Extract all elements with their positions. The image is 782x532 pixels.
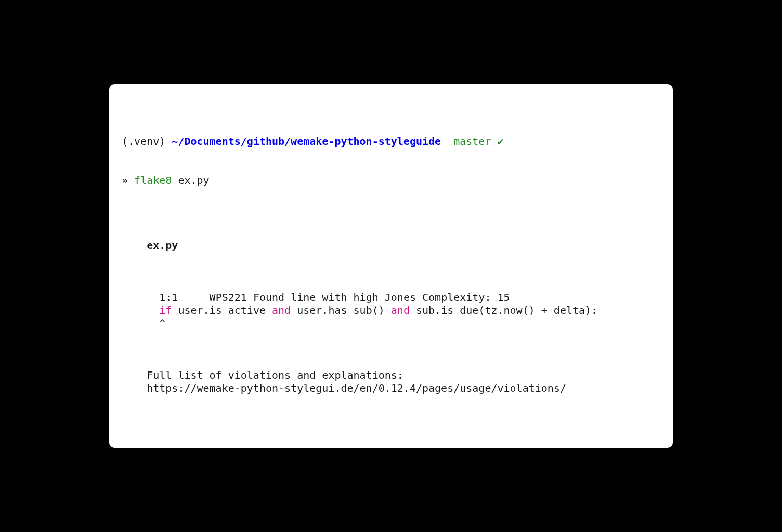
exit-status: 1 xyxy=(579,447,660,448)
caret-line: ^ xyxy=(147,317,165,329)
terminal-content: (.venv) ~/Documents/github/wemake-python… xyxy=(122,109,660,448)
git-branch: master xyxy=(453,447,491,448)
blank-line xyxy=(122,213,660,226)
venv-indicator: (.venv) xyxy=(122,447,165,448)
blank-line xyxy=(122,343,660,356)
blank-line xyxy=(122,265,660,278)
code-segment: sub.is_due(tz.now() + delta): xyxy=(410,304,597,316)
command-line: » flake8 ex.py xyxy=(122,174,660,187)
command-name: flake8 xyxy=(134,174,172,187)
violation-line: 1:1 WPS221 Found line with high Jones Co… xyxy=(147,291,510,303)
working-directory: ~/Documents/github/wemake-python-stylegu… xyxy=(172,447,441,448)
keyword-and: and xyxy=(272,304,291,316)
exit-code: 1 xyxy=(579,447,585,448)
git-status-dirty-icon: ✘ xyxy=(498,447,504,448)
prompt-line-with-status: (.venv) ~/Documents/github/wemake-python… xyxy=(122,447,660,448)
git-branch: master xyxy=(453,135,491,148)
violation-location: 1:1 xyxy=(159,291,178,303)
output-filename: ex.py xyxy=(147,239,178,251)
keyword-if: if xyxy=(159,304,172,316)
footer-url: https://wemake-python-stylegui.de/en/0.1… xyxy=(147,382,566,394)
prompt-symbol: » xyxy=(122,174,128,187)
prompt-left: (.venv) ~/Documents/github/wemake-python… xyxy=(122,447,504,448)
keyword-and: and xyxy=(391,304,410,316)
command-argument: ex.py xyxy=(178,174,209,187)
venv-indicator: (.venv) xyxy=(122,135,165,148)
prompt-line-1: (.venv) ~/Documents/github/wemake-python… xyxy=(122,135,660,148)
caret-marker: ^ xyxy=(159,317,165,329)
source-code-line: if user.is_active and user.has_sub() and… xyxy=(147,304,597,316)
terminal-window[interactable]: (.venv) ~/Documents/github/wemake-python… xyxy=(109,84,673,448)
violation-message: Found line with high Jones Complexity: 1… xyxy=(253,291,510,303)
warning-icon xyxy=(589,447,660,448)
violation-code: WPS221 xyxy=(210,291,247,303)
blank-line xyxy=(122,408,660,421)
working-directory: ~/Documents/github/wemake-python-stylegu… xyxy=(172,135,441,148)
code-segment: user.is_active xyxy=(172,304,272,316)
git-status-clean-icon: ✔ xyxy=(498,135,504,148)
footer-text-1: Full list of violations and explanations… xyxy=(147,369,403,381)
code-segment: user.has_sub() xyxy=(291,304,391,316)
